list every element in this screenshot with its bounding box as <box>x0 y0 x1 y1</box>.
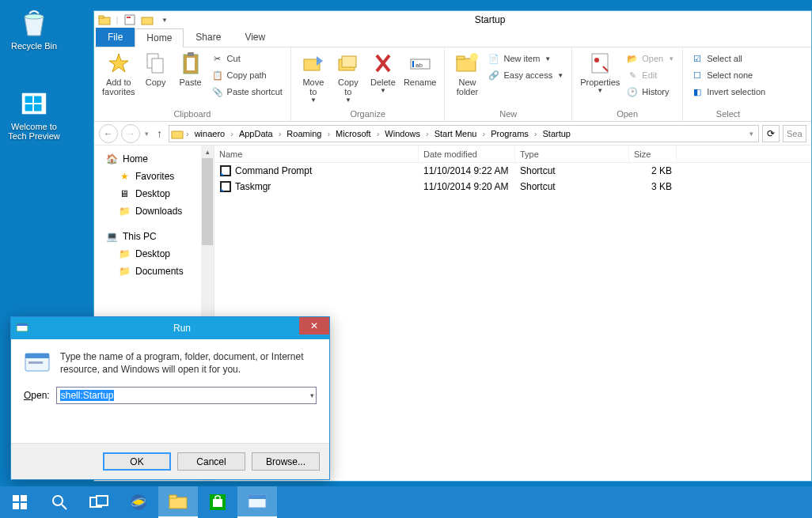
delete-button[interactable]: Delete▼ <box>366 49 400 96</box>
recent-dropdown-icon[interactable]: ▾ <box>143 130 150 138</box>
qat-dropdown-icon[interactable]: ▼ <box>157 13 172 27</box>
shortcut-icon <box>219 180 232 193</box>
open-icon: 📂 <box>626 52 639 65</box>
col-date[interactable]: Date modified <box>419 146 515 162</box>
ie-button[interactable] <box>119 486 158 518</box>
breadcrumb[interactable]: Programs <box>488 129 532 138</box>
cut-button[interactable]: ✂Cut <box>208 51 286 66</box>
breadcrumb[interactable]: Roaming <box>283 129 324 138</box>
forward-button[interactable]: → <box>121 124 140 143</box>
properties-button[interactable]: Properties▼ <box>577 49 623 96</box>
run-dialog: Run ✕ Type the name of a program, folder… <box>10 316 330 480</box>
new-folder-button[interactable]: New folder <box>450 49 484 98</box>
col-name[interactable]: Name <box>214 146 419 162</box>
search-input[interactable]: Sea <box>783 125 806 142</box>
store-button[interactable] <box>198 486 237 518</box>
explorer-taskbar-button[interactable] <box>158 486 198 518</box>
browse-button[interactable]: Browse... <box>252 452 320 471</box>
svg-rect-35 <box>25 354 49 358</box>
scroll-thumb[interactable] <box>202 158 213 245</box>
search-button[interactable] <box>40 486 79 518</box>
folder-small-icon[interactable] <box>140 13 154 27</box>
file-row[interactable]: Command Prompt11/10/2014 9:22 AMShortcut… <box>214 163 811 179</box>
nav-downloads[interactable]: 📁Downloads <box>94 202 214 220</box>
nav-home[interactable]: 🏠Home <box>94 150 214 168</box>
tab-file[interactable]: File <box>96 28 135 47</box>
svg-rect-38 <box>21 495 27 501</box>
paste-shortcut-button[interactable]: 📎Paste shortcut <box>208 84 286 100</box>
close-button[interactable]: ✕ <box>299 317 329 335</box>
select-none-button[interactable]: ☐Select none <box>688 67 768 83</box>
move-icon <box>301 51 326 76</box>
run-input[interactable]: shell:Startup ▾ <box>56 387 317 404</box>
history-icon: 🕑 <box>626 85 639 98</box>
breadcrumb[interactable]: Start Menu <box>431 129 480 138</box>
tab-share[interactable]: Share <box>184 28 233 47</box>
svg-rect-37 <box>13 495 19 501</box>
run-taskbar-button[interactable] <box>237 486 277 518</box>
up-button[interactable]: ↑ <box>154 127 165 140</box>
file-date: 11/10/2014 9:22 AM <box>419 165 515 176</box>
ok-button[interactable]: OK <box>103 452 171 471</box>
back-button[interactable]: ← <box>99 124 118 143</box>
easy-access-button[interactable]: 🔗Easy access▼ <box>484 67 567 83</box>
nav-this-pc[interactable]: 💻This PC <box>94 228 214 245</box>
new-item-button[interactable]: 📄New item▼ <box>484 51 567 66</box>
run-icon-large <box>24 350 51 374</box>
column-headers: Name Date modified Type Size <box>214 146 811 163</box>
run-titlebar[interactable]: Run ✕ <box>11 317 329 339</box>
copy-button[interactable]: Copy <box>138 49 173 89</box>
refresh-button[interactable]: ⟳ <box>762 125 780 142</box>
paste-button[interactable]: Paste <box>173 49 208 89</box>
task-view-button[interactable] <box>79 486 119 518</box>
scroll-up-icon[interactable]: ▴ <box>201 146 214 158</box>
desktop-recycle-bin[interactable]: Recycle Bin <box>6 6 62 51</box>
explorer-titlebar[interactable]: | ▼ Startup <box>94 11 811 28</box>
group-label: New <box>450 108 567 121</box>
svg-rect-31 <box>222 183 230 191</box>
move-to-button[interactable]: Move to▼ <box>296 49 331 105</box>
copy-to-button[interactable]: Copy to▼ <box>331 49 366 105</box>
pc-icon: 💻 <box>105 230 118 243</box>
select-all-button[interactable]: ☑Select all <box>688 51 768 66</box>
qat-separator: | <box>115 13 120 27</box>
scissors-icon: ✂ <box>211 52 224 65</box>
open-label: Open: <box>24 390 50 401</box>
open-button[interactable]: 📂Open▼ <box>623 51 677 66</box>
nav-documents[interactable]: 📁Documents <box>94 263 214 280</box>
rename-button[interactable]: abRename <box>400 49 440 89</box>
star-icon: ★ <box>118 170 131 183</box>
address-bar[interactable]: › winaero› AppData› Roaming› Microsoft› … <box>169 125 759 142</box>
copy-path-button[interactable]: 📋Copy path <box>208 67 286 83</box>
dropdown-icon[interactable]: ▾ <box>310 391 314 399</box>
addr-dropdown-icon[interactable]: ▾ <box>746 130 757 138</box>
folder-icon: 📁 <box>118 248 131 260</box>
desktop-welcome[interactable]: Welcome to Tech Preview <box>6 87 62 141</box>
breadcrumb[interactable]: Windows <box>381 129 423 138</box>
svg-rect-14 <box>187 58 195 70</box>
breadcrumb[interactable]: winaero <box>192 129 229 138</box>
invert-selection-button[interactable]: ◧Invert selection <box>688 84 768 100</box>
col-size[interactable]: Size <box>629 146 677 162</box>
svg-rect-46 <box>169 497 187 509</box>
home-icon: 🏠 <box>105 153 118 165</box>
tab-home[interactable]: Home <box>135 28 184 47</box>
start-button[interactable] <box>0 486 40 518</box>
breadcrumb[interactable]: AppData <box>236 129 276 138</box>
file-row[interactable]: Taskmgr11/10/2014 9:20 AMShortcut3 KB <box>214 179 811 195</box>
history-button[interactable]: 🕑History <box>623 84 677 100</box>
edit-button[interactable]: ✎Edit <box>623 67 677 83</box>
col-type[interactable]: Type <box>515 146 629 162</box>
svg-text:ab: ab <box>415 62 423 69</box>
tab-view[interactable]: View <box>233 28 277 47</box>
nav-desktop-2[interactable]: 📁Desktop <box>94 245 214 263</box>
svg-rect-20 <box>412 61 414 67</box>
nav-desktop[interactable]: 🖥Desktop <box>94 185 214 202</box>
breadcrumb[interactable]: Microsoft <box>332 129 374 138</box>
properties-icon[interactable] <box>123 13 137 27</box>
add-to-favorites-button[interactable]: Add to favorites <box>99 49 138 98</box>
breadcrumb[interactable]: Startup <box>540 129 574 138</box>
cancel-button[interactable]: Cancel <box>177 452 245 471</box>
nav-favorites[interactable]: ★Favorites <box>94 168 214 185</box>
folder-icon[interactable] <box>97 13 112 27</box>
